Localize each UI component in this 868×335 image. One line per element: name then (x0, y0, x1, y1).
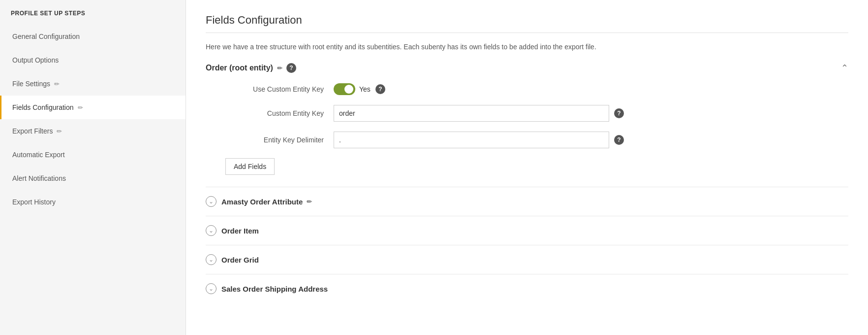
sidebar-item-automatic-export[interactable]: Automatic Export (0, 143, 186, 167)
toggle-wrapper: Yes (334, 83, 371, 95)
sidebar-item-edit-icon-file-settings[interactable]: ✏ (54, 80, 60, 88)
sidebar-item-edit-icon-export-filters[interactable]: ✏ (57, 128, 62, 135)
sub-entity-order-item: ⌄Order Item (206, 216, 848, 245)
sub-entity-header-amasty-order-attribute[interactable]: ⌄Amasty Order Attribute✏ (206, 187, 848, 216)
main-content: Fields Configuration Here we have a tree… (186, 0, 868, 335)
page-description: Here we have a tree structure with root … (206, 43, 848, 51)
sub-entity-title-order-item: Order Item (221, 227, 259, 235)
sub-entity-collapse-icon-amasty-order-attribute[interactable]: ⌄ (206, 196, 217, 207)
root-entity-title: Order (root entity) ✏ ? (206, 63, 296, 73)
entity-key-delimiter-control: ? (334, 132, 624, 148)
sub-entity-collapse-icon-order-item[interactable]: ⌄ (206, 225, 217, 236)
sub-entities-container: ⌄Amasty Order Attribute✏⌄Order Item⌄Orde… (206, 187, 848, 303)
sub-entity-sales-order-shipping-address: ⌄Sales Order Shipping Address (206, 274, 848, 303)
use-custom-key-row: Use Custom Entity Key Yes ? (206, 83, 848, 95)
sub-entity-title-amasty-order-attribute: Amasty Order Attribute✏ (221, 198, 312, 206)
sidebar-item-fields-configuration[interactable]: Fields Configuration✏ (0, 96, 186, 119)
use-custom-key-control: Yes ? (334, 83, 385, 95)
custom-entity-key-control: ? (334, 105, 624, 122)
page-divider (206, 33, 848, 33)
toggle-yes-label: Yes (359, 85, 371, 93)
entity-key-delimiter-row: Entity Key Delimiter ? (206, 132, 848, 148)
custom-key-toggle[interactable] (334, 83, 355, 95)
entity-key-delimiter-input[interactable] (334, 132, 609, 148)
sub-entity-header-order-item[interactable]: ⌄Order Item (206, 216, 848, 245)
custom-entity-key-label: Custom Entity Key (225, 109, 334, 117)
sub-entity-title-order-grid: Order Grid (221, 256, 259, 264)
sidebar-title: PROFILE SET UP STEPS (0, 0, 186, 25)
use-custom-key-label: Use Custom Entity Key (225, 85, 334, 93)
sub-entity-edit-icon-amasty-order-attribute[interactable]: ✏ (307, 198, 312, 205)
root-entity-help-icon[interactable]: ? (286, 63, 296, 73)
entity-key-delimiter-label: Entity Key Delimiter (225, 136, 334, 144)
sub-entity-collapse-icon-sales-order-shipping-address[interactable]: ⌄ (206, 283, 217, 294)
sidebar-item-export-history[interactable]: Export History (0, 190, 186, 214)
sidebar-item-general-configuration[interactable]: General Configuration (0, 25, 186, 48)
add-fields-button[interactable]: Add Fields (225, 158, 275, 175)
custom-entity-key-input[interactable] (334, 105, 609, 122)
custom-key-help-icon[interactable]: ? (375, 84, 385, 94)
sidebar-item-alert-notifications[interactable]: Alert Notifications (0, 167, 186, 190)
sub-entity-amasty-order-attribute: ⌄Amasty Order Attribute✏ (206, 187, 848, 216)
sub-entity-order-grid: ⌄Order Grid (206, 245, 848, 274)
root-entity-collapse-button[interactable]: ⌃ (841, 63, 848, 73)
sub-entity-header-sales-order-shipping-address[interactable]: ⌄Sales Order Shipping Address (206, 274, 848, 303)
sub-entity-header-order-grid[interactable]: ⌄Order Grid (206, 245, 848, 274)
sub-entity-collapse-icon-order-grid[interactable]: ⌄ (206, 254, 217, 265)
sidebar-item-export-filters[interactable]: Export Filters✏ (0, 119, 186, 143)
sidebar-item-output-options[interactable]: Output Options (0, 48, 186, 72)
page-title: Fields Configuration (206, 14, 848, 27)
root-entity-header: Order (root entity) ✏ ? ⌃ (206, 63, 848, 73)
entity-key-delimiter-help-icon[interactable]: ? (614, 135, 624, 145)
sidebar-item-file-settings[interactable]: File Settings✏ (0, 72, 186, 96)
custom-entity-key-row: Custom Entity Key ? (206, 105, 848, 122)
sidebar: PROFILE SET UP STEPS General Configurati… (0, 0, 186, 335)
sidebar-item-edit-icon-fields-configuration[interactable]: ✏ (78, 104, 83, 111)
root-entity-edit-icon[interactable]: ✏ (277, 65, 282, 72)
custom-entity-key-help-icon[interactable]: ? (614, 108, 624, 118)
root-entity-label: Order (root entity) (206, 64, 273, 72)
sub-entity-title-sales-order-shipping-address: Sales Order Shipping Address (221, 285, 328, 293)
